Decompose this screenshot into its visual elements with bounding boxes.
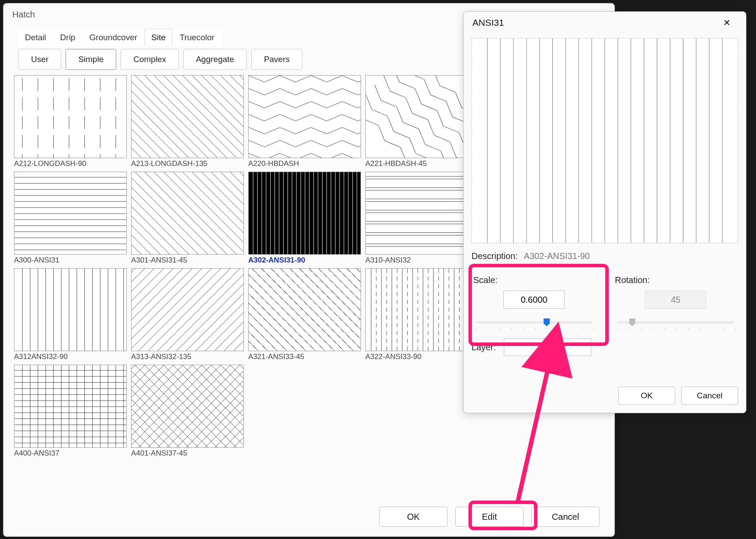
hatch-cell: A313-ANSI32-135 <box>131 268 244 361</box>
ansi-dialog: ANSI31 ✕ Description: A302-ANSI31-90 Sca <box>463 11 746 413</box>
tab-drip[interactable]: Drip <box>54 29 82 46</box>
svg-line-262 <box>132 172 170 254</box>
hatch-label: A221-HBDASH-45 <box>365 158 478 168</box>
filter-user[interactable]: User <box>18 49 61 70</box>
svg-line-669 <box>132 365 192 447</box>
hatch-title: Hatch <box>12 10 35 20</box>
svg-line-275 <box>211 172 243 254</box>
svg-line-73 <box>264 76 280 82</box>
hatch-thumb[interactable] <box>248 75 361 158</box>
svg-line-402 <box>132 269 211 351</box>
svg-line-680 <box>215 365 243 447</box>
hatch-thumb[interactable] <box>14 75 127 158</box>
svg-line-84 <box>311 89 327 95</box>
svg-line-180 <box>396 147 412 158</box>
svg-line-470 <box>281 269 361 351</box>
svg-line-107 <box>295 128 311 134</box>
svg-line-106 <box>280 128 296 134</box>
svg-line-109 <box>326 128 342 134</box>
svg-line-119 <box>358 140 361 147</box>
svg-line-93 <box>326 101 342 108</box>
svg-line-56 <box>202 76 243 158</box>
rotation-box: Rotation: <box>610 267 742 332</box>
ansi-title: ANSI31 <box>472 17 504 28</box>
svg-line-161 <box>381 96 397 111</box>
hatch-thumb[interactable] <box>131 75 244 158</box>
svg-line-459 <box>249 269 258 351</box>
svg-line-46 <box>132 76 189 158</box>
svg-line-126 <box>342 153 358 158</box>
svg-line-127 <box>358 153 361 158</box>
hatch-label: A312ANSI32-90 <box>14 351 127 361</box>
svg-line-274 <box>202 172 243 254</box>
svg-line-620 <box>132 365 160 447</box>
svg-line-172 <box>405 138 421 154</box>
svg-line-179 <box>385 136 400 152</box>
svg-line-423 <box>249 269 258 351</box>
svg-line-429 <box>249 269 316 351</box>
cancel-button[interactable]: Cancel <box>681 387 738 405</box>
svg-line-168 <box>366 94 376 110</box>
svg-line-110 <box>342 128 358 134</box>
layer-input[interactable] <box>504 339 591 356</box>
svg-line-89 <box>264 101 280 108</box>
hatch-thumb[interactable] <box>365 268 478 351</box>
hatch-cell: A212-LONGDASH-90 <box>14 75 127 168</box>
tab-truecolor[interactable]: Truecolor <box>173 29 221 46</box>
svg-line-74 <box>280 76 296 82</box>
hatch-label: A321-ANSI33-45 <box>248 351 361 361</box>
filter-complex[interactable]: Complex <box>121 49 179 70</box>
hatch-label: A301-ANSI31-45 <box>131 255 244 265</box>
svg-line-407 <box>177 269 243 351</box>
hatch-thumb[interactable] <box>14 268 127 351</box>
filter-pavers[interactable]: Pavers <box>251 49 302 70</box>
svg-line-75 <box>295 76 311 82</box>
svg-line-408 <box>186 269 243 351</box>
svg-line-166 <box>436 151 452 158</box>
hatch-label: A400-ANSI37 <box>14 448 127 458</box>
hatch-thumb[interactable] <box>131 268 244 351</box>
tab-site[interactable]: Site <box>145 29 172 46</box>
filter-simple[interactable]: Simple <box>66 49 116 70</box>
hatch-thumb[interactable] <box>365 172 478 255</box>
scale-box: Scale: <box>468 267 600 332</box>
svg-line-399 <box>132 269 183 351</box>
ok-button[interactable]: OK <box>379 507 447 527</box>
edit-button[interactable]: Edit <box>455 507 524 527</box>
hatch-thumb[interactable] <box>14 172 127 255</box>
svg-line-466 <box>249 269 325 351</box>
tab-detail[interactable]: Detail <box>18 29 53 46</box>
scale-input[interactable] <box>503 290 565 309</box>
svg-line-270 <box>164 172 243 254</box>
hatch-thumb[interactable] <box>131 365 244 448</box>
svg-line-265 <box>132 172 198 254</box>
hatch-cell: A400-ANSI37 <box>14 365 127 458</box>
hatch-thumb[interactable] <box>14 365 127 448</box>
svg-line-43 <box>132 76 160 158</box>
tab-groundcover[interactable]: Groundcover <box>83 29 144 46</box>
hatch-cell: A401-ANSI37-45 <box>131 365 244 458</box>
svg-line-72 <box>249 76 264 82</box>
svg-line-83 <box>295 89 311 95</box>
svg-line-397 <box>132 269 164 351</box>
svg-line-169 <box>372 105 388 121</box>
hatch-thumb[interactable] <box>248 172 361 255</box>
filter-aggregate[interactable]: Aggregate <box>183 49 247 70</box>
svg-line-140 <box>441 101 457 117</box>
rotation-slider[interactable] <box>615 317 736 327</box>
scale-slider[interactable] <box>473 317 595 327</box>
hatch-thumb[interactable] <box>365 75 478 158</box>
svg-line-88 <box>249 101 264 108</box>
svg-line-138 <box>420 79 435 95</box>
close-icon[interactable]: ✕ <box>716 15 737 31</box>
svg-line-618 <box>132 365 141 447</box>
svg-line-472 <box>299 269 361 351</box>
hatch-thumb[interactable] <box>248 268 361 351</box>
svg-line-441 <box>347 269 361 351</box>
hatch-thumb[interactable] <box>131 172 244 255</box>
ok-button[interactable]: OK <box>618 387 675 405</box>
svg-line-97 <box>264 114 280 121</box>
cancel-button[interactable]: Cancel <box>531 507 600 527</box>
svg-line-52 <box>164 76 243 158</box>
svg-line-104 <box>249 128 264 134</box>
